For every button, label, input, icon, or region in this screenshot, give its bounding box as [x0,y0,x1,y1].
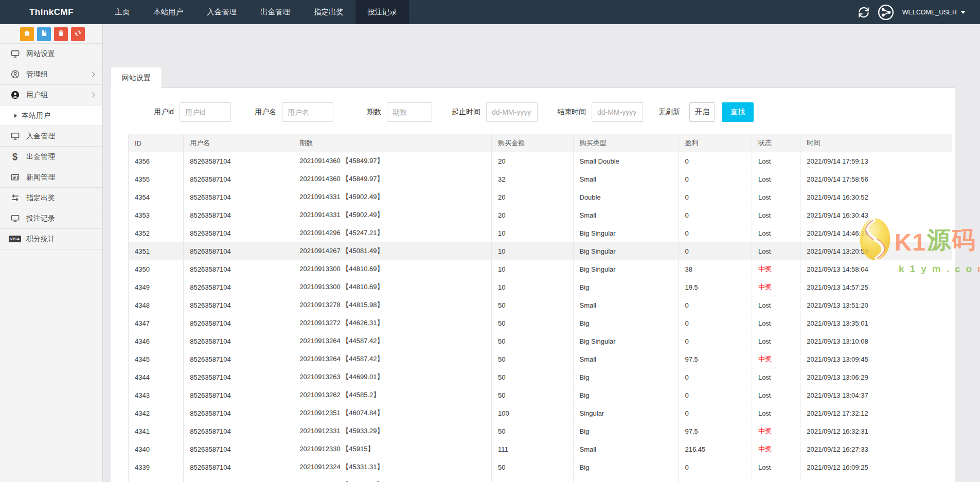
tab-site-settings[interactable]: 网站设置 [111,67,162,88]
table-row[interactable]: 43568526358710420210914360 【45849.97】20S… [129,152,952,170]
cell-amount: 50 [492,422,573,440]
cell-period: 20210912331 【45933.29】 [293,422,492,440]
sidebar-item-10[interactable]: VISA积分统计 [0,229,102,249]
table-row[interactable]: 43508526358710420210913300 【44810.69】10B… [129,260,952,278]
toolbar-file-button[interactable] [37,27,51,41]
cell-time: 2021/09/13 14:58:04 [800,260,952,278]
table-row[interactable]: 43478526358710420210913272 【44626.31】50B… [129,314,952,332]
cell-amount: 10 [492,278,573,296]
field-input-2[interactable] [282,102,333,122]
cell-amount: 50 [492,350,573,368]
user-avatar share-nodes-avatar-icon[interactable] [878,4,894,21]
nav-item-1[interactable]: 主页 [103,0,141,24]
table-row[interactable]: 43458526358710420210913264 【44587.42】50S… [129,350,952,368]
cell-status: Lost [752,332,800,350]
content-panel: 用户id用户名期数起止时间结束时间无刷新开启查找 ID用户名期数购买金额购买类型… [111,87,955,482]
table-row[interactable]: 43498526358710420210913300 【44810.69】10B… [129,278,952,296]
cell-amount: 32 [492,170,573,188]
nav-item-5[interactable]: 指定出奖 [302,0,355,24]
sidebar-item-3[interactable]: 用户组 [0,85,102,105]
toggle-refresh-button[interactable]: 开启 [689,102,715,122]
cell-status: Lost [752,458,800,476]
table-row[interactable]: 43468526358710420210913264 【44587.42】50B… [129,332,952,350]
table-row[interactable]: 43518526358710420210914267 【45081.49】10B… [129,242,952,260]
table-row[interactable]: 43428526358710420210912351 【46074.84】100… [129,404,952,422]
toolbar-home-button[interactable] [20,27,34,41]
cell-user: 85263587104 [184,440,293,458]
brand-logo[interactable]: ThinkCMF [0,0,103,24]
toolbar-trash-button[interactable] [54,27,68,41]
cell-user: 85263587104 [184,242,293,260]
table-row[interactable]: 43418526358710420210912331 【45933.29】50B… [129,422,952,440]
field-input-5[interactable] [592,102,643,122]
toolbar-recycle-button[interactable] [71,27,85,41]
cell-user: 85263587104 [184,278,293,296]
cell-id: 4344 [129,368,184,386]
cell-type: Small [573,206,679,224]
nav-item-3[interactable]: 入金管理 [195,0,248,24]
cell-time: 2021/09/14 16:30:43 [800,206,952,224]
cell-user: 85263587104 [184,296,293,314]
cell-user: 85263587104 [184,188,293,206]
trash-icon [58,30,64,38]
field-input-1[interactable] [180,102,231,122]
table-row[interactable]: 43488526358710420210913278 【44815.98】50S… [129,296,952,314]
sidebar-item-label: 投注记录 [26,214,55,223]
cell-time: 2021/09/13 13:09:45 [800,350,952,368]
cell-amount: 50 [492,458,573,476]
cell-id: 4352 [129,224,184,242]
sidebar-item-4[interactable]: 本站用户 [0,105,102,126]
field-input-4[interactable] [486,102,538,122]
cell-status: 中奖 [752,440,800,458]
sidebar-item-1[interactable]: 网站设置 [0,44,102,64]
table-row[interactable]: 43528526358710420210914296 【45247.21】10B… [129,224,952,242]
table-row[interactable]: 43438526358710420210913262 【44585.2】50Bi… [129,386,952,404]
sidebar-item-5[interactable]: 入金管理 [0,126,102,147]
cell-user: 85263587104 [184,224,293,242]
cell-time: 2021/09/13 13:10:08 [800,332,952,350]
nav-item-2[interactable]: 本站用户 [141,0,195,24]
cell-type: Singular [573,404,679,422]
cell-amount: 50 [492,368,573,386]
cell-profit: 0 [679,314,752,332]
sidebar-item-9[interactable]: 投注记录 [0,208,102,229]
cell-status: 中奖 [752,278,800,296]
no-refresh-label: 无刷新 [658,108,680,117]
cell-time: 2021/09/14 13:20:59 [800,242,952,260]
sidebar-item-6[interactable]: $出金管理 [0,147,102,167]
table-row[interactable]: 43548526358710420210914331 【45902.49】20D… [129,188,952,206]
cell-id: 4338 [129,476,184,482]
table-row[interactable]: 43408526358710420210912330 【45915】111Sma… [129,440,952,458]
search-button[interactable]: 查找 [722,102,754,122]
sidebar-item-2[interactable]: 管理组 [0,64,102,85]
cell-type: Big Singular [573,242,679,260]
cell-period: 20210913263 【44699.01】 [293,368,492,386]
table-row[interactable]: 43388526358710420210912310 【45117.16】50S… [129,476,952,482]
cell-type: Double [573,188,679,206]
table-row[interactable]: 43448526358710420210913263 【44699.01】50B… [129,368,952,386]
cell-period: 20210913278 【44815.98】 [293,296,492,314]
cell-profit: 97.5 [679,350,752,368]
cell-profit: 0 [679,152,752,170]
cell-type: Big [573,314,679,332]
cell-amount: 50 [492,386,573,404]
sidebar-item-label: 指定出奖 [26,193,55,203]
column-header-2: 用户名 [184,134,293,152]
table-row[interactable]: 43538526358710420210914331 【45902.49】20S… [129,206,952,224]
sidebar-item-label: 用户组 [26,91,48,100]
table-row[interactable]: 43558526358710420210914360 【45849.97】32S… [129,170,952,188]
form-group-4: 起止时间 [452,102,538,122]
user-menu[interactable]: WELCOME_USER [902,9,966,16]
field-input-3[interactable] [387,102,432,122]
cell-period: 20210912324 【45331.31】 [293,458,492,476]
cell-id: 4354 [129,188,184,206]
refresh-icon[interactable] [858,7,869,18]
cell-amount: 50 [492,476,573,482]
nav-item-4[interactable]: 出金管理 [248,0,302,24]
sidebar-item-7[interactable]: 新闻管理 [0,167,102,188]
cell-time: 2021/09/14 17:59:13 [800,152,952,170]
swap-arrows-icon [10,193,20,202]
table-row[interactable]: 43398526358710420210912324 【45331.31】50B… [129,458,952,476]
sidebar-item-8[interactable]: 指定出奖 [0,188,102,208]
nav-item-6[interactable]: 投注记录 [355,0,409,24]
